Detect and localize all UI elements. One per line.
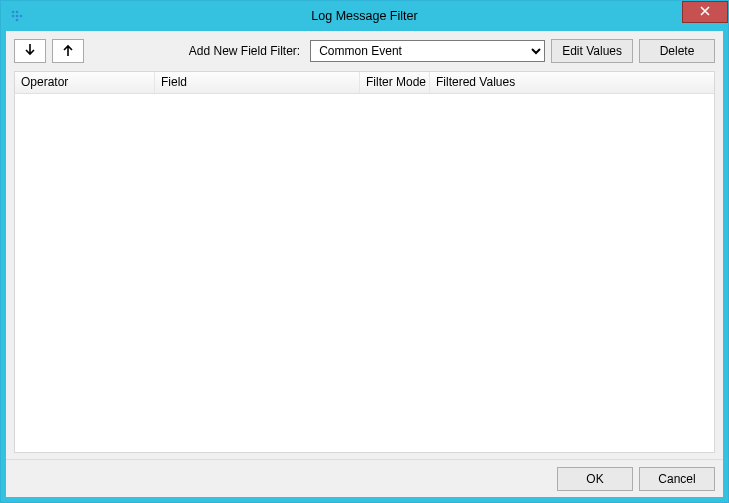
client-area: Add New Field Filter: Common Event Edit … (1, 31, 728, 502)
move-down-button[interactable] (14, 39, 46, 63)
grid-header: Operator Field Filter Mode Filtered Valu… (15, 72, 714, 94)
close-button[interactable] (682, 1, 728, 23)
cancel-button[interactable]: Cancel (639, 467, 715, 491)
close-icon (700, 5, 710, 19)
filter-grid: Operator Field Filter Mode Filtered Valu… (14, 71, 715, 453)
svg-point-2 (12, 15, 15, 18)
arrow-down-icon (24, 43, 36, 60)
col-filtered-values[interactable]: Filtered Values (430, 72, 714, 93)
dialog-footer: OK Cancel (6, 459, 723, 497)
svg-point-4 (20, 15, 23, 18)
edit-values-button[interactable]: Edit Values (551, 39, 633, 63)
title-bar: Log Message Filter (1, 1, 728, 31)
grid-body (15, 94, 714, 452)
col-field[interactable]: Field (155, 72, 360, 93)
ok-button[interactable]: OK (557, 467, 633, 491)
field-filter-select[interactable]: Common Event (310, 40, 545, 62)
svg-point-1 (16, 11, 19, 14)
svg-point-0 (12, 11, 15, 14)
move-up-button[interactable] (52, 39, 84, 63)
arrow-up-icon (62, 43, 74, 60)
svg-point-3 (16, 15, 19, 18)
toolbar: Add New Field Filter: Common Event Edit … (6, 31, 723, 71)
add-filter-label: Add New Field Filter: (189, 44, 300, 58)
dialog-window: Log Message Filter Add New Field Filter: (0, 0, 729, 503)
app-icon (7, 6, 27, 26)
col-filter-mode[interactable]: Filter Mode (360, 72, 430, 93)
svg-point-5 (16, 19, 19, 22)
col-operator[interactable]: Operator (15, 72, 155, 93)
delete-button[interactable]: Delete (639, 39, 715, 63)
window-title: Log Message Filter (1, 9, 728, 23)
